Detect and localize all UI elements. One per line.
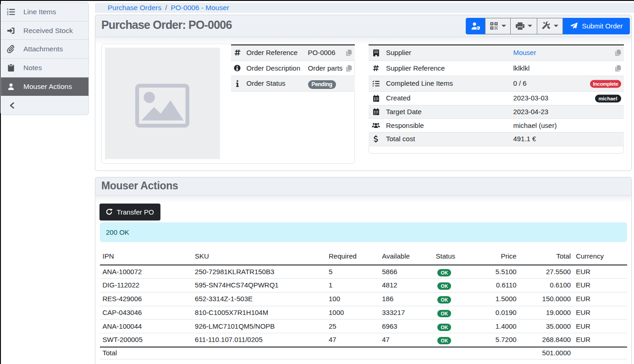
svg-text:3: 3 [7, 12, 9, 16]
